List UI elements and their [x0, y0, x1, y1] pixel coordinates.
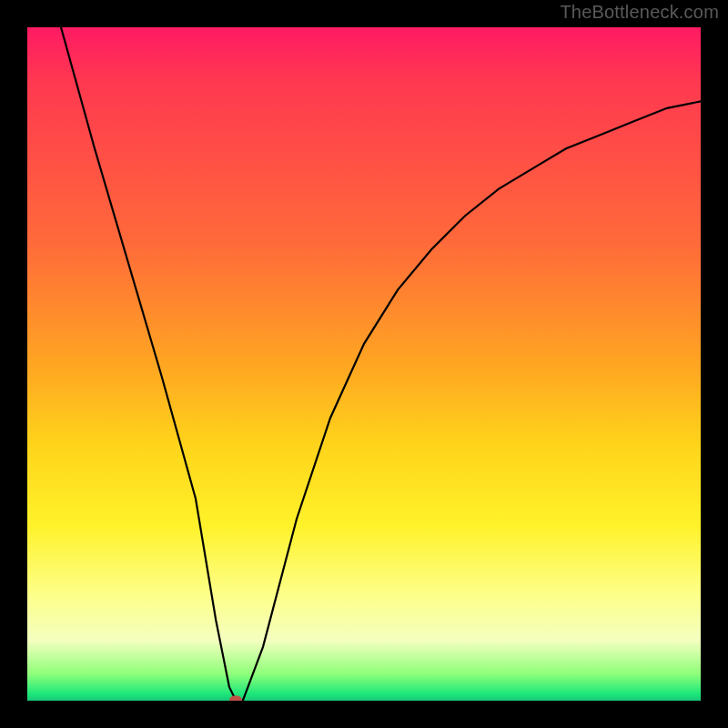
min-marker: [229, 696, 242, 702]
chart-frame: TheBottleneck.com: [0, 0, 728, 728]
bottleneck-curve: [61, 27, 701, 701]
curve-svg: [27, 27, 701, 701]
plot-area: [27, 27, 701, 701]
watermark-text: TheBottleneck.com: [560, 2, 719, 23]
